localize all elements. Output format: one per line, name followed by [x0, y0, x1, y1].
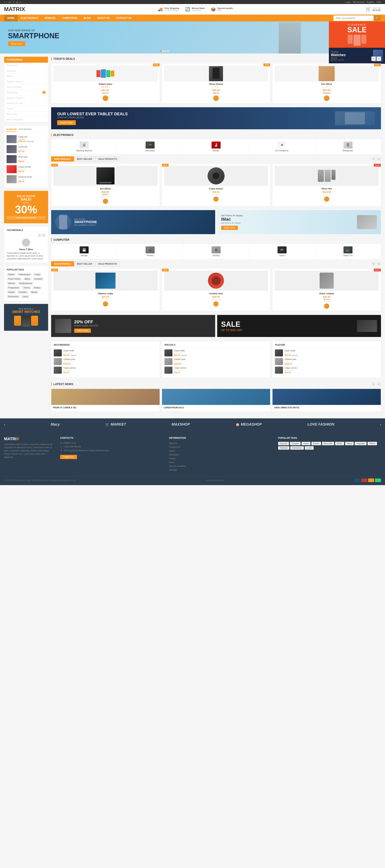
tab-new-arrivals[interactable]: NEW ARRIVALS: [51, 156, 74, 162]
comp-cart-btn-1[interactable]: 🛒: [103, 301, 108, 307]
footer-tag-2[interactable]: Templas: [290, 442, 301, 445]
brands-prev-arrow[interactable]: ‹: [4, 423, 5, 426]
cat-sports[interactable]: Sports & Outdoors›: [4, 95, 48, 101]
cat-blender[interactable]: 🍶 Blender: [183, 139, 249, 154]
header-cart[interactable]: 🛒 Your Cart $0 (0.00): [365, 7, 381, 12]
info-link-2[interactable]: Contacts Us: [169, 446, 272, 448]
tag-4[interactable]: Proin Pretium: [7, 277, 22, 281]
cat-health[interactable]: Health & Beauty›: [4, 79, 48, 84]
cat-printers[interactable]: 🖨 Printers: [117, 244, 183, 259]
cat-smart-tv[interactable]: 📺 Smart TVs: [315, 244, 381, 259]
tag-14[interactable]: Massa: [29, 290, 38, 294]
tag-1[interactable]: Nullam: [7, 273, 16, 276]
social-links[interactable]: f t G+ P ig V: [4, 1, 21, 3]
social-twitter[interactable]: t: [6, 1, 7, 3]
sale-shop-btn[interactable]: SHOP NOW: [74, 329, 91, 333]
social-pinterest[interactable]: P: [13, 1, 14, 3]
hero-dot-3[interactable]: [165, 50, 167, 52]
tab-best-seller[interactable]: BEST SELLER: [74, 156, 95, 162]
info-link-4[interactable]: Information: [169, 453, 272, 456]
footer-tag-5[interactable]: Meat Elite: [322, 442, 334, 445]
tag-9[interactable]: Praegentum: [7, 286, 21, 289]
cat-fitness[interactable]: Fitness›: [4, 106, 48, 112]
news-next-arrow[interactable]: ›: [377, 382, 381, 386]
brand-macy[interactable]: Macy: [51, 422, 60, 427]
cat-cameras[interactable]: Cameras & Lens›: [4, 101, 48, 106]
elec-cart-btn-2[interactable]: 🛒: [213, 196, 218, 202]
brands-next-arrow[interactable]: ›: [380, 423, 381, 426]
cat-storage[interactable]: 💾 Storage: [51, 244, 117, 259]
cat-computer[interactable]: Computer›: [4, 68, 48, 73]
footer-tag-9[interactable]: Pellent: [367, 442, 377, 445]
social-instagram[interactable]: ig: [16, 1, 18, 3]
nav-home[interactable]: HOME: [4, 14, 18, 22]
nav-search-button[interactable]: 🔍: [374, 16, 381, 21]
nav-search-form[interactable]: 🔍: [333, 16, 381, 21]
logo[interactable]: MATRIX: [4, 6, 25, 12]
brand-maxshop[interactable]: MAXSHOP: [172, 422, 190, 427]
comp-tab-new[interactable]: NEW ARRIVALS: [51, 261, 74, 267]
deal-cart-btn-3[interactable]: 🛒: [324, 95, 329, 101]
cat-game[interactable]: 🎮 Game: [249, 244, 315, 259]
cat-mobile[interactable]: Mobile›: [4, 73, 48, 79]
tablet-shop-btn[interactable]: SHOP NOW: [57, 120, 76, 125]
top-rating-tab[interactable]: TOP RATING: [19, 128, 32, 132]
elec-cart-btn-3[interactable]: 🛒: [324, 196, 329, 202]
cat-refrigerator[interactable]: 🗄 Refrigerator: [315, 139, 381, 154]
tag-8[interactable]: Seettulummus: [18, 282, 34, 285]
my-account-link[interactable]: My Account: [353, 1, 364, 3]
social-vimeo[interactable]: V: [20, 1, 21, 3]
deal-cart-btn-1[interactable]: 🛒: [103, 95, 108, 101]
footer-tag-11[interactable]: Elementum: [290, 446, 304, 450]
social-facebook[interactable]: f: [4, 1, 5, 3]
cat-networking[interactable]: Networking4: [4, 90, 48, 95]
cat-electronics[interactable]: Electronics›: [4, 63, 48, 68]
tag-5[interactable]: Metus: [23, 277, 32, 281]
cat-toys[interactable]: Toys & Hobbies›: [4, 84, 48, 90]
tag-13[interactable]: Curabitur: [17, 290, 28, 294]
electronics-next-arrow[interactable]: ›: [377, 157, 381, 161]
tab-sale-products[interactable]: SALE PRODUCTS: [95, 156, 120, 162]
comp-cart-btn-3[interactable]: 🛒: [324, 304, 329, 309]
info-link-3[interactable]: Vatput: [169, 450, 272, 452]
elec-cart-btn-1[interactable]: 🛒: [103, 199, 108, 204]
nav-contact[interactable]: CONTACT US: [113, 14, 135, 22]
nav-blog[interactable]: BLOG: [81, 14, 94, 22]
nav-electronics[interactable]: ELECTRONICS: [18, 14, 41, 22]
computer-next-arrow[interactable]: ›: [377, 261, 381, 266]
footer-tag-10[interactable]: Halclown: [278, 446, 290, 450]
info-link-8[interactable]: Site Map: [169, 468, 272, 471]
tag-6[interactable]: Scelisem: [33, 277, 44, 281]
brand-megashop[interactable]: MEGASHOP: [241, 422, 262, 427]
footer-tag-1[interactable]: Vivamus: [278, 442, 289, 445]
comp-tab-sale[interactable]: SALE PRODUCTS: [95, 261, 120, 267]
testimonials-prev[interactable]: ‹: [38, 233, 41, 237]
cat-air-conditioner[interactable]: ❄ Air Conditioner: [249, 139, 315, 154]
currency-selector[interactable]: USD: [376, 1, 381, 3]
tag-7[interactable]: Mivinos: [7, 282, 17, 285]
electronics-prev-arrow[interactable]: ‹: [372, 157, 376, 161]
random-tab[interactable]: RANDOM: [7, 128, 17, 132]
brand-market[interactable]: MARKET: [111, 422, 126, 427]
cat-desktop[interactable]: 🖥 Desktop: [183, 244, 249, 259]
tag-2[interactable]: Pellentesque: [17, 273, 32, 276]
contact-us-btn[interactable]: Contact Us ›: [60, 455, 77, 459]
login-link[interactable]: Login: [345, 1, 351, 3]
nav-computers[interactable]: COMPUTERS: [59, 14, 81, 22]
info-link-1[interactable]: About Us: [169, 442, 272, 445]
footer-tag-6[interactable]: Rulam: [335, 442, 344, 445]
social-google[interactable]: G+: [8, 1, 11, 3]
footer-tag-3[interactable]: Vulput: [302, 442, 310, 445]
comp-cart-btn-2[interactable]: 🛒: [213, 301, 218, 307]
deals-next-arrow[interactable]: ›: [377, 57, 381, 61]
testimonials-next[interactable]: ›: [42, 233, 46, 237]
hero-dot-1[interactable]: [160, 50, 161, 52]
info-link-7[interactable]: Terms & conditions: [169, 465, 272, 467]
cat-more[interactable]: More Categories›: [4, 117, 48, 122]
footer-tag-4[interactable]: Bonem: [312, 442, 321, 445]
computer-prev-arrow[interactable]: ‹: [372, 261, 376, 266]
deal-cart-btn-2[interactable]: 🛒: [213, 95, 219, 101]
nav-about[interactable]: ABOUT US: [94, 14, 113, 22]
footer-tag-8[interactable]: Vulputalis: [355, 442, 366, 445]
tag-10[interactable]: Viverra: [22, 286, 31, 289]
